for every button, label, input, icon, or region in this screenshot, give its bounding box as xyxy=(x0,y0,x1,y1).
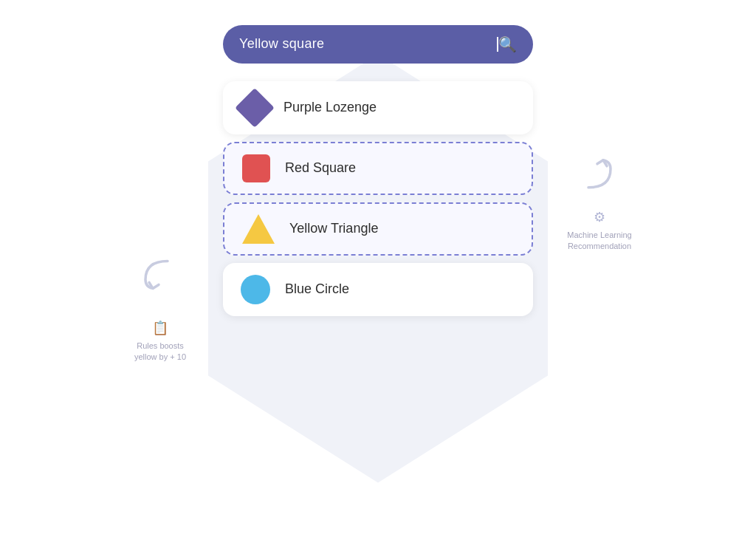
left-annotation-text: Rules boosts yellow by + 10 xyxy=(134,341,186,361)
list-item[interactable]: Purple Lozenge xyxy=(223,81,533,134)
search-input[interactable] xyxy=(239,36,495,52)
list-item[interactable]: Blue Circle xyxy=(223,263,533,316)
main-scene: 🔍 Purple Lozenge Red Square Yellow Trian… xyxy=(120,18,636,520)
results-list: Purple Lozenge Red Square Yellow Triangl… xyxy=(120,81,636,316)
purple-diamond-icon xyxy=(235,88,275,128)
card-label: Blue Circle xyxy=(285,281,349,297)
rules-icon: 📋 xyxy=(127,319,193,338)
list-item[interactable]: Red Square xyxy=(223,142,533,195)
card-label: Yellow Triangle xyxy=(289,221,378,236)
yellow-triangle-icon xyxy=(242,214,275,244)
card-label: Purple Lozenge xyxy=(284,100,377,115)
search-icon[interactable]: 🔍 xyxy=(498,35,517,53)
card-label: Red Square xyxy=(285,160,356,176)
list-item[interactable]: Yellow Triangle xyxy=(223,202,533,256)
left-annotation: 📋 Rules boosts yellow by + 10 xyxy=(127,319,193,363)
red-square-icon xyxy=(242,154,270,182)
blue-circle-icon xyxy=(241,275,270,304)
search-bar[interactable]: 🔍 xyxy=(223,25,533,64)
